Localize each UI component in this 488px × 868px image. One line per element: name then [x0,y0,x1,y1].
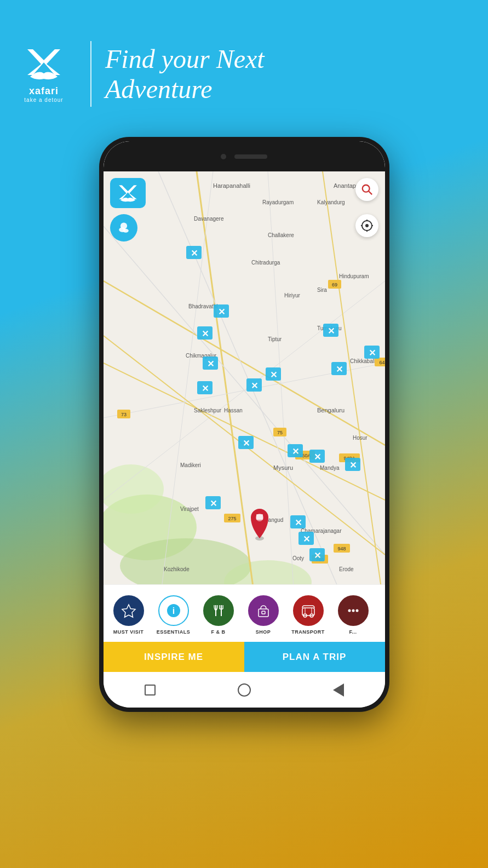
speaker [234,154,267,159]
svg-text:✕: ✕ [217,307,225,317]
svg-text:Challakere: Challakere [268,232,294,238]
svg-text:Hindupuram: Hindupuram [339,273,369,279]
svg-text:Kalyandurg: Kalyandurg [317,199,345,205]
map-svg: Harapanahalli Anantapur Rayadurgam Kalya… [104,171,385,615]
svg-text:Mysuru: Mysuru [273,464,293,471]
tab-transport-label: TRANSPORT [291,629,325,635]
phone-notch [104,141,385,171]
svg-text:Sakleshpur: Sakleshpur [194,407,222,413]
svg-text:✕: ✕ [201,329,208,338]
tab-essentials-label: ESSENTIALS [157,629,191,635]
inspire-me-button[interactable]: INSPIRE ME [104,642,244,672]
tab-more[interactable]: F... [331,591,376,639]
tab-fb-label: F & B [211,629,226,635]
svg-text:✕: ✕ [302,534,309,544]
svg-point-109 [123,229,129,233]
phone-screen: Harapanahalli Anantapur Rayadurgam Kalya… [104,141,385,708]
svg-text:✕: ✕ [294,518,301,527]
navigation-bar [104,672,385,708]
front-camera [221,154,226,159]
svg-text:Ooty: Ooty [292,555,304,561]
header: xafari take a detour Find your Next Adve… [0,0,488,148]
tab-transport[interactable]: TRANSPORT [286,591,331,639]
svg-rect-103 [256,514,263,520]
map-logo-button[interactable] [110,178,146,208]
svg-point-132 [352,609,354,612]
tab-shop-label: SHOP [256,629,271,635]
svg-point-133 [355,609,358,612]
xafari-logo-icon [22,45,66,83]
nav-recent-button[interactable] [145,685,156,695]
tab-more-label: F... [349,629,357,635]
svg-text:Bengaluru: Bengaluru [317,407,345,413]
svg-text:✕: ✕ [349,461,356,470]
svg-text:Sira: Sira [317,287,327,293]
tab-essentials[interactable]: i ESSENTIALS [151,591,196,639]
svg-text:✕: ✕ [201,384,208,393]
nav-back-button[interactable] [333,683,344,697]
svg-text:Rayadurgam: Rayadurgam [262,199,294,205]
map-area[interactable]: Harapanahalli Anantapur Rayadurgam Kalya… [104,171,385,615]
svg-text:✕: ✕ [269,370,277,380]
svg-text:Hosur: Hosur [353,435,368,441]
logo-tagline: take a detour [24,97,63,103]
phone-wrapper: Harapanahalli Anantapur Rayadurgam Kalya… [99,137,389,712]
svg-text:Chitradurga: Chitradurga [251,260,280,266]
phone-frame: Harapanahalli Anantapur Rayadurgam Kalya… [99,137,389,712]
svg-text:Erode: Erode [339,566,354,572]
tab-must-visit[interactable]: MUST VISIT [106,591,151,639]
svg-text:Kozhikode: Kozhikode [164,566,190,572]
svg-point-131 [348,609,351,612]
category-tabs: MUST VISIT i ESSENTIALS [104,584,385,645]
svg-text:i: i [172,606,174,616]
svg-text:✕: ✕ [313,452,320,462]
nav-home-button[interactable] [238,683,251,697]
svg-point-111 [365,224,369,227]
svg-text:✕: ✕ [335,365,342,374]
svg-rect-125 [262,611,265,614]
svg-text:✕: ✕ [327,326,334,336]
svg-text:✕: ✕ [242,439,249,448]
svg-line-106 [369,191,372,194]
tab-shop[interactable]: SHOP [241,591,286,639]
map-search-button[interactable] [355,178,378,201]
svg-text:Tiptur: Tiptur [268,336,282,342]
svg-text:75: 75 [277,430,282,435]
header-divider [90,41,91,107]
svg-marker-116 [122,605,135,617]
svg-text:Hassan: Hassan [224,407,243,413]
logo-area: xafari take a detour [22,45,66,103]
svg-text:✕: ✕ [206,359,214,369]
svg-text:648: 648 [379,360,385,365]
header-tagline: Find your Next Adventure [105,44,265,104]
svg-text:Davanagere: Davanagere [194,216,224,222]
svg-text:Mandya: Mandya [320,465,340,471]
svg-text:73: 73 [120,412,126,417]
svg-text:✕: ✕ [190,249,197,258]
svg-text:275: 275 [228,516,236,521]
svg-text:✕: ✕ [368,348,375,358]
svg-text:Bhadravathi: Bhadravathi [188,303,217,309]
svg-text:✕: ✕ [313,551,320,560]
map-location-button[interactable] [355,214,378,237]
svg-text:Hiriyur: Hiriyur [284,292,301,298]
svg-text:Madikeri: Madikeri [180,462,201,468]
svg-text:✕: ✕ [291,447,298,456]
svg-rect-124 [259,609,268,617]
tab-fb[interactable]: F & B [196,591,241,639]
svg-text:Virajpet: Virajpet [180,506,199,512]
svg-text:69: 69 [331,282,337,288]
svg-text:948: 948 [337,546,346,551]
logo-name: xafari [29,85,59,97]
action-buttons: INSPIRE ME PLAN A TRIP [104,642,385,672]
svg-text:Harapanahalli: Harapanahalli [213,182,250,189]
tab-must-visit-label: MUST VISIT [113,629,144,635]
map-weather-button[interactable] [110,214,137,242]
svg-point-105 [362,185,369,192]
svg-text:✕: ✕ [250,381,257,390]
svg-text:✕: ✕ [209,499,216,508]
plan-trip-button[interactable]: PLAN A TRIP [244,642,385,672]
